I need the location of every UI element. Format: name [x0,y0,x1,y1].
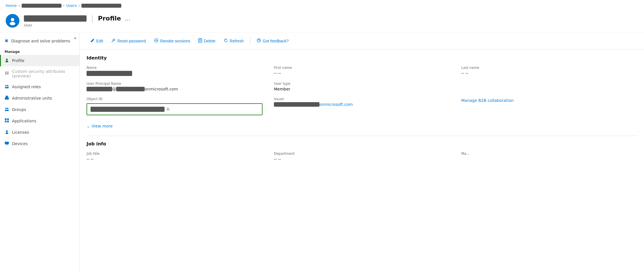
delete-button[interactable]: Delete [194,36,219,45]
upn-username [87,87,112,91]
svg-rect-31 [198,39,202,42]
groups-icon [5,107,9,112]
devices-icon [5,141,9,147]
issuer-label: Issuer [274,97,450,101]
svg-point-1 [10,22,15,25]
page-subtitle: User [24,23,130,27]
empty-field [461,82,637,91]
identity-field-grid: Name First name -- -- Last name -- -- Us… [87,66,637,115]
sidebar-item-assigned-roles[interactable]: Assigned roles [0,81,79,92]
svg-point-36 [257,39,261,42]
user-type-value: Member [274,87,450,91]
svg-rect-20 [5,121,7,122]
revoke-icon [154,38,159,44]
upn-value: @ onmicrosoft.com [87,87,262,91]
breadcrumb-user[interactable] [81,4,121,8]
reset-password-button[interactable]: Reset password [107,36,150,45]
svg-rect-25 [6,145,8,145]
svg-point-26 [113,39,115,41]
edit-button[interactable]: Edit [87,37,107,45]
upn-domain [116,87,145,91]
got-feedback-button[interactable]: Got feedback? [253,36,293,45]
assigned-roles-icon [5,84,9,90]
department-field: Department -- -- [274,152,450,161]
admin-units-icon [5,95,9,101]
content-area: Identity Name First name -- -- Last name… [80,50,644,173]
main-content: Edit Reset password [80,32,644,271]
chevron-down-icon: ⌄ [87,124,90,128]
breadcrumb-users[interactable]: Users [66,3,77,8]
svg-point-5 [6,73,7,74]
svg-point-14 [5,108,7,109]
sidebar-item-licenses[interactable]: Licenses [0,127,79,138]
sidebar-devices-label: Devices [12,141,28,146]
sidebar-profile-label: Profile [12,58,24,63]
sidebar-manage-label: Manage [0,46,79,55]
sidebar-custom-security-label: Custom security attributes (preview) [12,69,75,78]
first-name-value: -- -- [274,71,450,75]
revoke-sessions-button[interactable]: Revoke sessions [150,36,194,45]
applications-icon [5,118,9,124]
edit-icon [91,38,95,43]
copy-object-id-button[interactable]: ⎘ [167,107,169,112]
job-title-label: Job title [87,152,262,156]
svg-rect-19 [7,118,9,120]
svg-point-7 [5,85,7,86]
upn-field: User Principal Name @ onmicrosoft.com [87,82,262,91]
object-id-label: Object ID [87,97,262,101]
name-field: Name [87,66,262,76]
profile-icon [5,58,9,63]
sidebar-item-groups[interactable]: Groups [0,104,79,115]
view-more-button[interactable]: ⌄ View more [87,121,637,131]
manage-b2b-link[interactable]: Manage B2B collaboration [461,98,637,103]
sidebar-item-admin-units[interactable]: Administrative units [0,92,79,104]
issuer-domain-redacted [274,102,319,107]
job-title-field: Job title -- -- [87,152,262,161]
custom-security-icon [5,71,9,77]
upn-suffix: onmicrosoft.com [145,87,178,91]
svg-rect-11 [5,98,9,100]
manager-label: Ma... [461,152,637,156]
more-options-button[interactable]: ... [125,15,130,22]
job-info-section-title: Job info [87,141,637,147]
page-title: Profile [98,15,121,22]
svg-rect-13 [6,96,8,97]
manager-field: Ma... [461,152,637,161]
object-id-field: Object ID ⎘ [87,97,262,115]
sidebar-item-diagnose[interactable]: ✖ Diagnose and solve problems [0,35,79,46]
issuer-domain-link[interactable]: onmicrosoft.com [319,102,353,107]
sidebar-item-custom-security[interactable]: Custom security attributes (preview) [0,66,79,81]
key-icon [111,38,116,44]
job-info-field-grid: Job title -- -- Department -- -- Ma... [87,152,637,161]
sidebar-groups-label: Groups [12,107,26,112]
department-value: -- -- [274,157,450,161]
first-name-field: First name -- -- [274,66,450,76]
first-name-label: First name [274,66,450,70]
delete-icon [198,38,202,44]
sidebar-applications-label: Applications [12,119,36,123]
toolbar-separator [250,38,250,44]
sidebar-collapse-button[interactable]: « [74,35,77,41]
refresh-button[interactable]: Refresh [220,36,248,45]
object-id-box: ⎘ [87,103,262,115]
name-value [87,71,132,76]
sidebar-item-devices[interactable]: Devices [0,138,79,149]
user-type-label: User type [274,82,450,86]
last-name-value: -- -- [461,71,637,75]
user-avatar [6,14,19,28]
issuer-value: onmicrosoft.com [274,102,450,107]
wrench-icon: ✖ [5,38,8,44]
title-block: | Profile ... User [24,15,130,27]
breadcrumb-tenant[interactable] [22,4,61,8]
svg-point-0 [11,18,14,21]
svg-point-2 [6,59,8,60]
refresh-icon [223,38,228,44]
breadcrumb: Home › › Users › [0,0,644,11]
sidebar-item-applications[interactable]: Applications [0,115,79,127]
breadcrumb-home[interactable]: Home [6,3,17,8]
job-title-value: -- -- [87,157,262,161]
svg-point-16 [7,108,9,109]
identity-section-title: Identity [87,55,637,61]
sidebar-item-profile[interactable]: Profile [0,55,79,66]
last-name-label: Last name [461,66,637,70]
